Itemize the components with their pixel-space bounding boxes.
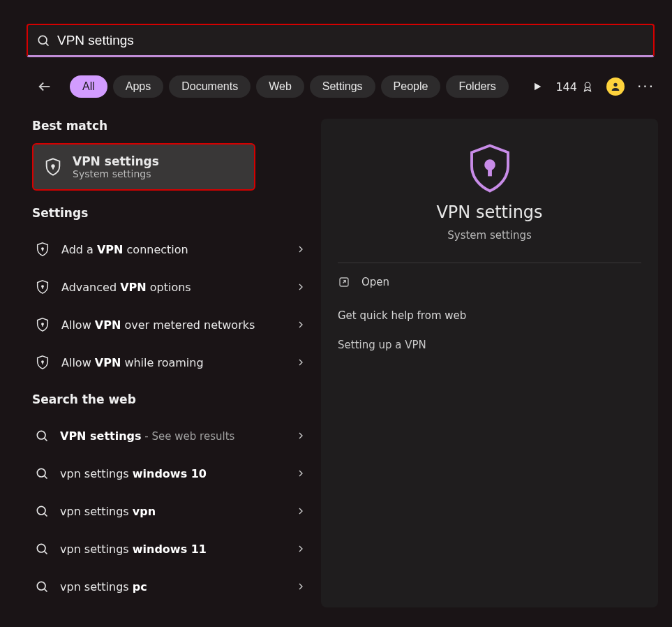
web-item-label: vpn settings pc xyxy=(60,580,283,593)
avatar[interactable] xyxy=(606,78,625,96)
search-icon xyxy=(35,542,49,556)
web-result-item[interactable]: vpn settings windows 11 xyxy=(32,530,310,568)
arrow-left-icon xyxy=(37,79,52,94)
svg-point-8 xyxy=(42,248,43,249)
svg-point-20 xyxy=(37,506,45,515)
chevron-right-icon xyxy=(294,281,307,293)
settings-item[interactable]: Add a VPN connection xyxy=(32,230,310,268)
svg-point-5 xyxy=(613,83,617,87)
shield-icon xyxy=(35,279,50,295)
svg-point-6 xyxy=(52,165,54,168)
settings-item-label: Add a VPN connection xyxy=(61,243,283,256)
settings-item[interactable]: Allow VPN while roaming xyxy=(32,344,310,381)
shield-icon xyxy=(35,317,50,332)
play-icon[interactable] xyxy=(532,81,543,92)
preview-panel: VPN settings System settings Open Get qu… xyxy=(321,119,658,607)
filter-web[interactable]: Web xyxy=(256,75,304,98)
best-match-card[interactable]: VPN settings System settings xyxy=(32,143,255,191)
best-match-subtitle: System settings xyxy=(73,168,159,179)
settings-item[interactable]: Advanced VPN options xyxy=(32,268,310,306)
web-item-label: vpn settings windows 11 xyxy=(60,543,283,556)
svg-point-10 xyxy=(42,286,43,287)
filter-settings[interactable]: Settings xyxy=(310,75,375,98)
section-best-match: Best match xyxy=(32,119,310,133)
content-area: Best match VPN settings System settings … xyxy=(32,119,658,607)
svg-line-17 xyxy=(45,438,47,441)
svg-line-25 xyxy=(45,589,47,592)
svg-point-22 xyxy=(37,544,45,552)
person-icon xyxy=(610,81,621,92)
help-heading: Get quick help from web xyxy=(338,301,641,330)
svg-point-24 xyxy=(37,582,45,590)
settings-item[interactable]: Allow VPN over metered networks xyxy=(32,306,310,344)
svg-line-1 xyxy=(46,43,49,45)
search-icon xyxy=(35,429,49,443)
open-icon xyxy=(338,276,350,288)
chevron-right-icon xyxy=(294,430,307,441)
chevron-right-icon xyxy=(294,244,307,255)
search-icon xyxy=(35,580,49,593)
filter-apps[interactable]: Apps xyxy=(113,75,163,98)
web-item-label: vpn settings vpn xyxy=(60,505,283,518)
search-bar[interactable] xyxy=(27,24,655,57)
web-item-label: vpn settings windows 10 xyxy=(60,467,283,480)
svg-marker-3 xyxy=(535,83,541,91)
svg-point-14 xyxy=(42,361,43,362)
back-button[interactable] xyxy=(33,75,56,98)
svg-point-18 xyxy=(37,469,45,477)
web-result-item[interactable]: vpn settings pc xyxy=(32,568,310,605)
open-label: Open xyxy=(361,276,389,288)
search-icon xyxy=(36,34,50,47)
svg-point-26 xyxy=(486,161,494,169)
search-input[interactable] xyxy=(57,33,645,48)
chevron-right-icon xyxy=(294,543,307,554)
settings-item-label: Allow VPN while roaming xyxy=(61,356,283,369)
more-button[interactable]: ··· xyxy=(637,78,655,95)
chevron-right-icon xyxy=(294,581,307,592)
svg-line-21 xyxy=(45,514,47,517)
shield-icon xyxy=(43,157,63,177)
results-panel: Best match VPN settings System settings … xyxy=(32,119,310,607)
svg-line-23 xyxy=(45,552,47,554)
shield-large-icon xyxy=(463,141,517,196)
web-result-item[interactable]: vpn settings vpn xyxy=(32,492,310,530)
preview-subtitle: System settings xyxy=(447,229,532,242)
filter-folders[interactable]: Folders xyxy=(446,75,508,98)
web-item-label: VPN settings - See web results xyxy=(60,429,283,443)
chevron-right-icon xyxy=(294,506,307,517)
svg-point-16 xyxy=(37,431,45,439)
web-result-item[interactable]: vpn settings windows 10 xyxy=(32,455,310,492)
section-web: Search the web xyxy=(32,392,310,406)
rewards-points[interactable]: 144 xyxy=(555,80,594,94)
filter-row: All Apps Documents Web Settings People F… xyxy=(33,75,655,98)
settings-item-label: Allow VPN over metered networks xyxy=(61,318,283,332)
settings-item-label: Advanced VPN options xyxy=(61,281,283,294)
shield-icon xyxy=(35,355,50,370)
shield-icon xyxy=(35,242,50,257)
web-result-item[interactable]: VPN settings - See web results xyxy=(32,417,310,455)
search-icon xyxy=(35,504,49,518)
medal-icon xyxy=(581,80,594,93)
chevron-right-icon xyxy=(294,319,307,330)
search-icon xyxy=(35,466,49,480)
filter-documents[interactable]: Documents xyxy=(169,75,251,98)
help-link[interactable]: Setting up a VPN xyxy=(338,330,641,360)
filter-all[interactable]: All xyxy=(70,75,107,98)
svg-point-0 xyxy=(38,36,47,44)
section-settings: Settings xyxy=(32,206,310,220)
filter-people[interactable]: People xyxy=(381,75,441,98)
chevron-right-icon xyxy=(294,357,307,368)
best-match-title: VPN settings xyxy=(73,154,159,168)
open-action[interactable]: Open xyxy=(338,263,641,301)
preview-title: VPN settings xyxy=(436,202,542,222)
chevron-right-icon xyxy=(294,468,307,479)
svg-line-19 xyxy=(45,476,47,479)
svg-point-4 xyxy=(585,82,590,88)
svg-point-12 xyxy=(42,323,43,325)
